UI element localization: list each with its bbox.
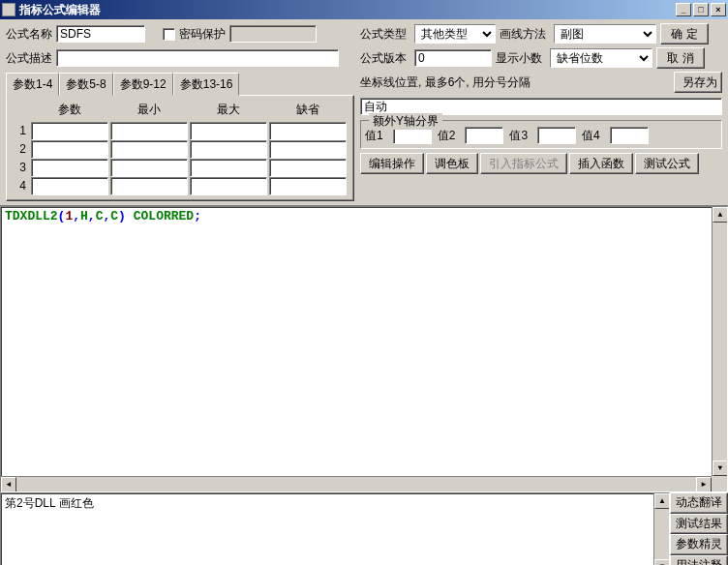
version-input[interactable] xyxy=(414,49,492,67)
close-button[interactable]: × xyxy=(711,3,726,16)
param-3-name[interactable] xyxy=(31,159,108,177)
param-1-min[interactable] xyxy=(110,122,188,140)
edit-op-button[interactable]: 编辑操作 xyxy=(360,153,424,174)
label-y4: 值4 xyxy=(582,128,600,144)
code-token: , xyxy=(73,209,80,223)
insert-func-button[interactable]: 插入函数 xyxy=(569,153,633,174)
scroll-down-icon[interactable]: ▼ xyxy=(654,559,670,565)
code-token: H xyxy=(80,209,88,223)
minimize-button[interactable]: _ xyxy=(676,3,691,16)
label-password-protect: 密码保护 xyxy=(179,26,226,43)
param-4-min[interactable] xyxy=(110,177,188,195)
usage-note-button[interactable]: 用法注释 xyxy=(670,555,728,566)
title-bar: 指标公式编辑器 _ □ × xyxy=(0,0,728,19)
param-header-min: 最小 xyxy=(109,100,189,122)
code-token xyxy=(126,209,134,223)
maximize-button[interactable]: □ xyxy=(693,3,709,16)
param-1-name[interactable] xyxy=(31,122,108,140)
code-editor[interactable]: TDXDLL2(1,H,C,C) COLORRED; ▲ ▼ ◄ ► xyxy=(0,206,728,492)
label-desc: 公式描述 xyxy=(6,50,52,67)
test-formula-button[interactable]: 测试公式 xyxy=(635,153,699,174)
param-header-max: 最大 xyxy=(189,100,268,122)
param-2-name[interactable] xyxy=(31,140,108,159)
scroll-right-icon[interactable]: ► xyxy=(696,477,712,492)
label-decimals: 显示小数 xyxy=(496,50,542,67)
tab-params-13-16[interactable]: 参数13-16 xyxy=(173,73,240,96)
param-tabs: 参数1-4 参数5-8 参数9-12 参数13-16 xyxy=(6,72,354,95)
label-y2: 值2 xyxy=(438,128,456,144)
import-formula-button[interactable]: 引入指标公式 xyxy=(480,153,567,174)
code-scrollbar-v[interactable]: ▲ ▼ xyxy=(712,207,727,476)
status-output: 第2号DLL 画红色 ▲ ▼ xyxy=(0,492,670,565)
param-row-4: 4 xyxy=(13,177,30,195)
code-token: COLORRED xyxy=(134,209,194,223)
cancel-button[interactable]: 取 消 xyxy=(656,47,705,69)
label-coordline: 坐标线位置, 最多6个, 用分号分隔 xyxy=(360,75,531,89)
param-header-name: 参数 xyxy=(30,100,109,122)
label-y3: 值3 xyxy=(509,128,528,144)
param-2-max[interactable] xyxy=(190,140,267,159)
param-1-max[interactable] xyxy=(190,122,267,140)
param-2-min[interactable] xyxy=(110,140,188,159)
label-draw: 画线方法 xyxy=(500,26,546,43)
extra-y-fieldset: 额外Y轴分界 值1 值2 值3 值4 xyxy=(360,120,722,149)
param-header-default: 缺省 xyxy=(268,100,348,122)
param-3-default[interactable] xyxy=(269,159,347,177)
window-title: 指标公式编辑器 xyxy=(19,2,101,18)
status-text: 第2号DLL 画红色 xyxy=(5,496,94,510)
code-token: ; xyxy=(194,209,201,223)
test-result-button[interactable]: 测试结果 xyxy=(670,514,728,535)
dyn-translate-button[interactable]: 动态翻译 xyxy=(670,492,728,514)
param-panel: 参数 最小 最大 缺省 1 2 3 xyxy=(6,95,354,201)
ok-button[interactable]: 确 定 xyxy=(660,23,709,45)
param-3-min[interactable] xyxy=(110,159,188,177)
code-token: ) xyxy=(118,209,126,223)
scroll-up-icon[interactable]: ▲ xyxy=(713,207,728,223)
app-icon xyxy=(2,3,15,16)
param-wizard-button[interactable]: 参数精灵 xyxy=(670,534,728,555)
param-2-default[interactable] xyxy=(269,140,347,159)
y4-input[interactable] xyxy=(610,127,649,144)
draw-method-select[interactable]: 副图 xyxy=(554,24,656,44)
status-scrollbar-v[interactable]: ▲ ▼ xyxy=(653,493,669,565)
extra-y-legend: 额外Y轴分界 xyxy=(369,113,442,130)
decimals-select[interactable]: 缺省位数 xyxy=(550,48,652,68)
code-token: C xyxy=(110,209,118,223)
param-row-2: 2 xyxy=(13,140,30,159)
param-4-name[interactable] xyxy=(31,177,108,195)
y2-input[interactable] xyxy=(465,127,503,144)
param-3-max[interactable] xyxy=(190,159,267,177)
label-y1: 值1 xyxy=(365,128,383,144)
code-scrollbar-h[interactable]: ◄ ► xyxy=(1,476,712,491)
scroll-left-icon[interactable]: ◄ xyxy=(1,477,16,492)
tab-params-5-8[interactable]: 参数5-8 xyxy=(59,73,112,96)
y3-input[interactable] xyxy=(537,127,576,144)
param-4-default[interactable] xyxy=(269,177,347,195)
code-token: TDXDLL2 xyxy=(5,209,58,223)
palette-button[interactable]: 调色板 xyxy=(426,153,478,174)
form-area: 公式名称 密码保护 公式描述 参数1-4 参数5-8 参数9-12 参数13-1… xyxy=(0,19,728,206)
scroll-up-icon[interactable]: ▲ xyxy=(654,493,670,509)
formula-desc-input[interactable] xyxy=(56,49,339,67)
formula-type-select[interactable]: 其他类型 xyxy=(414,24,496,44)
tab-params-9-12[interactable]: 参数9-12 xyxy=(113,73,173,96)
code-token: , xyxy=(88,209,96,223)
scroll-down-icon[interactable]: ▼ xyxy=(713,461,728,476)
param-row-3: 3 xyxy=(13,159,30,177)
param-1-default[interactable] xyxy=(269,122,347,140)
label-type: 公式类型 xyxy=(360,26,407,43)
scroll-corner xyxy=(712,476,727,491)
save-as-button[interactable]: 另存为 xyxy=(674,72,722,93)
tab-params-1-4[interactable]: 参数1-4 xyxy=(6,73,59,96)
password-protect-checkbox[interactable] xyxy=(163,28,175,41)
password-input[interactable] xyxy=(229,25,317,43)
label-name: 公式名称 xyxy=(6,26,52,43)
formula-name-input[interactable] xyxy=(56,25,145,43)
label-version: 公式版本 xyxy=(360,50,407,67)
param-4-max[interactable] xyxy=(190,177,267,195)
param-row-1: 1 xyxy=(13,122,30,140)
